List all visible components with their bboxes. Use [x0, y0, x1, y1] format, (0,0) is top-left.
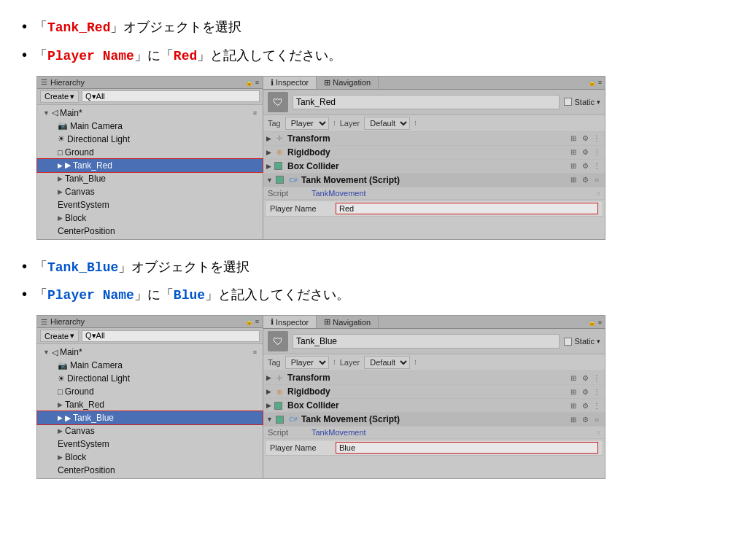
hierarchy-item-main[interactable]: ▼ ◁ Main* ≡ [37, 106, 263, 120]
static-row-2: Static ▾ [564, 337, 600, 346]
player-name-input-2[interactable] [336, 442, 598, 454]
menu-icon2[interactable]: ≡ [255, 318, 259, 325]
boxcollider-action-btn2[interactable]: ⚙ [580, 161, 590, 171]
menu-icon-insp2[interactable]: ≡ [598, 319, 602, 326]
bc2-btn1[interactable]: ⊞ [568, 400, 578, 411]
hierarchy-item-tankred[interactable]: ▶ ▶ Tank_Red [37, 159, 263, 172]
boxcollider-checkbox-1[interactable] [274, 162, 282, 170]
rb2-btn1[interactable]: ⊞ [568, 386, 578, 397]
boxcollider-arrow-2[interactable]: ▶ [266, 402, 271, 409]
hierarchy-item-ground[interactable]: □ Ground [37, 146, 263, 159]
t2-btn2[interactable]: ⚙ [580, 373, 590, 383]
hierarchy2-item-main[interactable]: ▼ ◁ Main* ≡ [37, 346, 263, 359]
navigation-tab-2[interactable]: ⊞ Navigation [317, 316, 379, 328]
rb2-btn2[interactable]: ⚙ [580, 386, 590, 397]
hierarchy2-item-ground[interactable]: □ Ground [37, 385, 263, 398]
t2-btn1[interactable]: ⊞ [568, 373, 578, 383]
menu-icon-insp[interactable]: ≡ [598, 79, 602, 86]
static-checkbox-1[interactable] [564, 98, 572, 106]
transform-action-btn3[interactable]: ⋮ [592, 133, 602, 144]
tankmovement-action-btn1[interactable]: ⊞ [568, 175, 578, 185]
inspector-tab-1[interactable]: ℹ Inspector [263, 77, 317, 89]
static-checkbox-2[interactable] [564, 338, 572, 346]
hierarchy-item-block[interactable]: ▶ Block [37, 211, 263, 225]
lock-icon[interactable]: 🔒 [245, 79, 253, 86]
create-button-2[interactable]: Create ▾ [40, 330, 79, 342]
lock-icon2[interactable]: 🔒 [245, 318, 253, 325]
create-button-1[interactable]: Create ▾ [40, 90, 79, 103]
tm2-btn1[interactable]: ⊞ [568, 414, 578, 424]
bc2-btn3[interactable]: ⋮ [592, 400, 602, 411]
inspector-panel-2: ℹ Inspector ⊞ Navigation 🔒 ≡ 🛡 Static ▾ … [263, 316, 605, 478]
inspector-panel-1: ℹ Inspector ⊞ Navigation 🔒 ≡ 🛡 Static ▾ [263, 77, 605, 239]
hierarchy2-item-tankblue[interactable]: ▶ ▶ Tank_Blue [37, 411, 263, 424]
hierarchy-item-centerpos[interactable]: CenterPosition [37, 225, 263, 238]
object-name-field-1[interactable] [293, 95, 560, 109]
boxcollider-action-btn1[interactable]: ⊞ [568, 161, 578, 171]
rigidbody-actions-2: ⊞ ⚙ ⋮ [568, 386, 602, 397]
hierarchy2-item-canvas[interactable]: ▶ Canvas [37, 424, 263, 438]
rigidbody-arrow-2[interactable]: ▶ [266, 388, 271, 395]
tankmovement-checkbox-1[interactable] [276, 176, 284, 184]
tankmovement-arrow-2[interactable]: ▼ [266, 416, 273, 423]
tm2-btn3[interactable]: ○ [592, 414, 602, 424]
boxcollider-checkbox-2[interactable] [274, 402, 282, 410]
player-name-input-1[interactable] [336, 203, 598, 214]
script-value-1[interactable]: TankMovement [311, 189, 366, 198]
hierarchy-item-dirlight[interactable]: ☀ Directional Light [37, 133, 263, 146]
hierarchy2-item-centerpos[interactable]: CenterPosition [37, 464, 263, 477]
boxcollider-arrow-1[interactable]: ▶ [266, 163, 271, 170]
transform-action-btn2[interactable]: ⚙ [580, 133, 590, 144]
tag-select-1[interactable]: Player [285, 117, 329, 130]
navigation-tab-1[interactable]: ⊞ Navigation [317, 77, 379, 89]
hierarchy-item-maincamera[interactable]: 📷 Main Camera [37, 120, 263, 133]
bc2-btn2[interactable]: ⚙ [580, 400, 590, 411]
tankmovement-action-btn3[interactable]: ○ [592, 175, 602, 185]
layer-select-1[interactable]: Default [364, 117, 410, 130]
hierarchy-item-tankblue[interactable]: ▶ Tank_Blue [37, 172, 263, 185]
boxcollider-action-btn3[interactable]: ⋮ [592, 161, 602, 171]
rigidbody-arrow-1[interactable]: ▶ [266, 149, 271, 156]
inspector-object-header-1: 🛡 Static ▾ [263, 90, 605, 115]
section1-bullets: • 「Tank_Red」オブジェクトを選択 • 「Player Name」に「R… [22, 15, 725, 67]
hierarchy2-item-block[interactable]: ▶ Block [37, 451, 263, 464]
tankmovement-action-btn2[interactable]: ⚙ [580, 175, 590, 185]
hierarchy-item-label: CenterPosition [58, 226, 115, 236]
script-value-2[interactable]: TankMovement [311, 428, 366, 437]
hierarchy-item-canvas[interactable]: ▶ Canvas [37, 185, 263, 198]
tankmovement-checkbox-2[interactable] [276, 416, 284, 424]
script-circle-1[interactable]: ○ [597, 190, 600, 197]
t2-btn3[interactable]: ⋮ [592, 373, 602, 383]
rigidbody-action-btn1[interactable]: ⊞ [568, 147, 578, 158]
tankmovement-arrow-1[interactable]: ▼ [266, 176, 273, 184]
hierarchy-item-eventsystem[interactable]: EventSystem [37, 198, 263, 211]
rb2-btn3[interactable]: ⋮ [592, 386, 602, 397]
tank-red-highlight: Tank_Red [47, 20, 110, 35]
hierarchy2-item-tankred[interactable]: ▶ Tank_Red [37, 398, 263, 411]
hierarchy-item-label: Tank_Blue [65, 174, 106, 184]
static-dropdown-2[interactable]: ▾ [597, 338, 600, 345]
layer-select-2[interactable]: Default [364, 356, 410, 369]
arrow-right-icon3: ▶ [58, 414, 63, 421]
transform-label-1: Transform [287, 133, 565, 144]
menu-icon[interactable]: ≡ [255, 79, 259, 86]
object-name-field-2[interactable] [293, 334, 560, 349]
lock-icon-insp2[interactable]: 🔒 [588, 319, 596, 326]
tag-select-2[interactable]: Player [285, 356, 329, 369]
script-circle-2[interactable]: ○ [597, 429, 600, 436]
transform-action-btn1[interactable]: ⊞ [568, 133, 578, 144]
hierarchy-header-left: ☰ Hierarchy [41, 78, 85, 87]
transform-arrow-1[interactable]: ▶ [266, 135, 271, 142]
rigidbody-action-btn3[interactable]: ⋮ [592, 147, 602, 158]
rigidbody-action-btn2[interactable]: ⚙ [580, 147, 590, 158]
search-field-2[interactable] [82, 330, 260, 342]
hierarchy2-item-maincamera[interactable]: 📷 Main Camera [37, 359, 263, 372]
tm2-btn2[interactable]: ⚙ [580, 414, 590, 424]
hierarchy2-item-eventsystem[interactable]: EventSystem [37, 438, 263, 451]
lock-icon-insp[interactable]: 🔒 [588, 79, 596, 86]
transform-arrow-2[interactable]: ▶ [266, 374, 271, 381]
hierarchy2-item-dirlight[interactable]: ☀ Directional Light [37, 372, 263, 385]
search-field-1[interactable] [82, 90, 260, 102]
static-dropdown-1[interactable]: ▾ [597, 98, 600, 106]
inspector-tab-2[interactable]: ℹ Inspector [263, 316, 317, 328]
